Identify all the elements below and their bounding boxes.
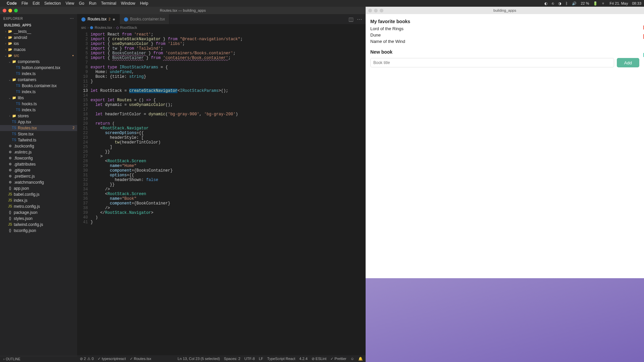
tab-routes[interactable]: ⬤ Routes.tsx 2 ● xyxy=(77,14,120,24)
status-icon[interactable]: ◐ xyxy=(544,1,548,6)
menu-help[interactable]: Help xyxy=(140,1,148,6)
status-eslint[interactable]: ⊘ ESLint xyxy=(312,357,326,361)
tree-item-stores[interactable]: ›📁stores xyxy=(0,113,77,119)
tab-books-container[interactable]: ⬤ Books.container.tsx xyxy=(120,14,169,24)
battery-icon[interactable]: 🔋 xyxy=(593,1,598,6)
status-encoding[interactable]: UTF-8 xyxy=(245,357,255,361)
tree-item-containers[interactable]: ⌄📁containers xyxy=(0,77,77,83)
ts-icon: ⬤ xyxy=(124,17,128,21)
add-button[interactable]: Add xyxy=(617,58,639,67)
tree-item-label: stores xyxy=(18,113,29,119)
tree-item-components[interactable]: ⌄📁components xyxy=(0,59,77,65)
ts-icon: ⬤ xyxy=(90,26,93,29)
tree-item-app-json[interactable]: {}app.json xyxy=(0,185,77,191)
tree-item--eslintrc-js[interactable]: ⚙.eslintrc.js xyxy=(0,149,77,155)
tree-item-tailwind-config-js[interactable]: JStailwind.config.js xyxy=(0,222,77,228)
status-icon[interactable]: ⎋ xyxy=(552,1,554,5)
minimize-icon[interactable] xyxy=(374,9,378,12)
tree-item-src[interactable]: ⌄📂src● xyxy=(0,53,77,59)
status-spaces[interactable]: Spaces: 2 xyxy=(224,357,240,361)
sim-titlebar[interactable]: building_apps xyxy=(366,7,644,14)
menu-edit[interactable]: Edit xyxy=(33,1,40,6)
app-name[interactable]: Code xyxy=(7,1,17,6)
tree-item-libs[interactable]: ⌄📁libs xyxy=(0,95,77,101)
breadcrumb-item[interactable]: src xyxy=(81,25,86,29)
tree-item-books-container-tsx[interactable]: TSBooks.container.tsx xyxy=(0,83,77,89)
error-count[interactable]: ⊘ 2 xyxy=(80,357,86,361)
more-icon[interactable]: ⋯ xyxy=(357,16,362,22)
menu-view[interactable]: View xyxy=(65,1,74,6)
status-ts-version[interactable]: 4.2.4 xyxy=(299,357,307,361)
tree-item---tests--[interactable]: ›📂__tests__ xyxy=(0,28,77,35)
tree-item--gitattributes[interactable]: ⚙.gitattributes xyxy=(0,161,77,167)
menu-window[interactable]: Window xyxy=(121,1,136,6)
menubar-date[interactable]: Fri 21. May xyxy=(609,1,628,5)
status-eol[interactable]: LF xyxy=(259,357,263,361)
status-prettier[interactable]: ✓ Prettier xyxy=(330,357,346,361)
tree-item-hooks-ts[interactable]: TShooks.ts xyxy=(0,101,77,107)
minimize-icon[interactable] xyxy=(8,9,12,12)
menu-go[interactable]: Go xyxy=(79,1,84,6)
breadcrumb-item[interactable]: RootStack xyxy=(120,25,137,29)
code-editor[interactable]: 1234567891011121314151617181920212223242… xyxy=(77,31,366,355)
tree-item-macos[interactable]: ›📂macos xyxy=(0,47,77,53)
menu-run[interactable]: Run xyxy=(89,1,96,6)
status-icon[interactable]: ◑ xyxy=(558,1,561,6)
book-item[interactable]: Dune xyxy=(370,32,639,38)
tree-item-babel-config-js[interactable]: JSbabel.config.js xyxy=(0,191,77,197)
tree-item-android[interactable]: ›📂android xyxy=(0,35,77,41)
feedback-icon[interactable]: ☺ xyxy=(351,357,354,361)
menubar-time[interactable]: 08:33 xyxy=(632,1,641,5)
outline-section[interactable]: OUTLINE xyxy=(0,356,77,362)
tree-item--flowconfig[interactable]: ⚙.flowconfig xyxy=(0,155,77,161)
menu-file[interactable]: File xyxy=(21,1,28,6)
breadcrumb-item[interactable]: Routes.tsx xyxy=(95,25,112,29)
close-icon[interactable] xyxy=(3,9,6,12)
tree-item-index-ts[interactable]: TSindex.ts xyxy=(0,89,77,95)
tree-item-tsconfig-json[interactable]: {}tsconfig.json xyxy=(0,228,77,234)
tree-item--gitignore[interactable]: ⚙.gitignore xyxy=(0,167,77,173)
book-item[interactable]: Name of the Wind xyxy=(370,38,639,45)
book-title-input[interactable] xyxy=(370,58,614,67)
close-icon[interactable] xyxy=(368,9,372,12)
tree-item-tailwind-ts[interactable]: TSTailwind.ts xyxy=(0,137,77,143)
zoom-icon[interactable] xyxy=(380,9,383,12)
wifi-icon[interactable]: ᯤ xyxy=(602,1,605,5)
tree-item-styles-json[interactable]: {}styles.json xyxy=(0,216,77,222)
tree-item--prettierrc-js[interactable]: ⚙.prettierrc.js xyxy=(0,173,77,179)
menu-selection[interactable]: Selection xyxy=(44,1,61,6)
bluetooth-icon[interactable]: ᛒ xyxy=(566,1,568,5)
battery-percent[interactable]: 22 % xyxy=(581,1,589,5)
split-editor-icon[interactable]: ◫ xyxy=(348,16,354,22)
vscode-titlebar[interactable]: Routes.tsx — building_apps xyxy=(0,7,366,14)
tree-item-index-js[interactable]: JSindex.js xyxy=(0,197,77,203)
menu-terminal[interactable]: Terminal xyxy=(101,1,116,6)
tree-item--watchmanconfig[interactable]: ⚙.watchmanconfig xyxy=(0,179,77,185)
book-item[interactable]: Lord of the Rings xyxy=(370,25,639,32)
tree-item-ios[interactable]: ›📂ios xyxy=(0,41,77,47)
warning-count[interactable]: ⚠ 0 xyxy=(87,357,94,361)
status-lang-mode[interactable]: ✓ typescriptreact xyxy=(98,357,126,361)
tree-item-index-ts[interactable]: TSindex.ts xyxy=(0,107,77,113)
cursor-position[interactable]: Ln 13, Col 23 (5 selected) xyxy=(178,357,220,361)
tree-item-package-json[interactable]: {}package.json xyxy=(0,209,77,216)
tree-item-index-ts[interactable]: TSindex.ts xyxy=(0,71,77,77)
status-file[interactable]: ✓ Routes.tsx xyxy=(130,357,151,361)
tree-item-routes-tsx[interactable]: TSRoutes.tsx2 xyxy=(0,125,77,131)
chevron-icon: › xyxy=(4,41,7,46)
status-language[interactable]: TypeScript React xyxy=(267,357,296,361)
more-icon[interactable]: ⋯ xyxy=(70,16,74,21)
breadcrumb[interactable]: src › ⬤ Routes.tsx › ◇ RootStack xyxy=(77,24,366,31)
tree-item--buckconfig[interactable]: ⚙.buckconfig xyxy=(0,143,77,149)
bell-icon[interactable]: 🔔 xyxy=(358,357,363,361)
file-icon: 📁 xyxy=(11,96,17,100)
volume-icon[interactable]: 🔊 xyxy=(572,1,577,6)
file-icon: {} xyxy=(7,216,13,221)
tree-item-button-component-tsx[interactable]: TSbutton.component.tsx xyxy=(0,65,77,71)
tree-item-app-tsx[interactable]: TSApp.tsx xyxy=(0,119,77,125)
zoom-icon[interactable] xyxy=(14,9,18,12)
tree-item-metro-config-js[interactable]: JSmetro.config.js xyxy=(0,203,77,209)
project-name[interactable]: BUILDING_APPS xyxy=(0,23,77,28)
tree-item-store-tsx[interactable]: TSStore.tsx xyxy=(0,131,77,137)
tree-item-label: .flowconfig xyxy=(14,156,33,161)
